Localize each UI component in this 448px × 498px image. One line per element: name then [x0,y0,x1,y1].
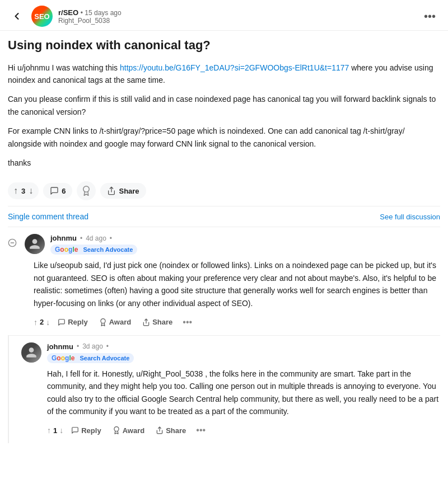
award-icon [99,318,107,326]
comment-text: Like u/seopub said, I'd just pick one (n… [34,261,436,307]
vote-count: 3 [21,187,25,195]
comment-bullet2: • [110,234,112,242]
search-advocate-badge: Google Search Advocate [50,245,137,255]
post-title: Using noindex with canonical tag? [8,37,440,54]
search-advocate-badge-2: Google Search Advocate [47,353,134,363]
reply-icon [58,318,66,326]
more-options-button[interactable]: ••• [419,8,440,25]
body-p1-link[interactable]: https://youtu.be/G16FY_1eDAU?si=2GFWOObg… [120,63,349,72]
avatar [25,234,45,254]
more-options-button[interactable]: ••• [180,315,194,330]
upvote-icon[interactable]: ↑ [34,318,38,327]
comment-bullet2: • [106,342,109,350]
award-icon [81,186,91,196]
comment-vote-2: ↑ 1 ↓ [47,426,63,435]
back-button[interactable] [8,7,26,25]
award-label: Award [109,318,132,326]
thread-banner: Single comment thread See full discussio… [0,206,448,227]
downvote-icon: ↓ [29,186,33,196]
see-full-discussion-link[interactable]: See full discussion [380,213,440,221]
subreddit-logo: SEO [31,6,53,27]
downvote-icon[interactable]: ↓ [46,318,50,327]
reply-label: Reply [68,318,87,326]
award-icon-2 [113,426,120,434]
upvote-icon: ↑ [13,186,18,196]
award-button[interactable] [77,181,96,200]
comment-actions-2: ↑ 1 ↓ Reply Award Share ••• [47,423,440,443]
svg-point-6 [114,427,119,431]
vote-pill[interactable]: ↑ 3 ↓ [8,182,39,199]
share-label-2: Share [166,426,186,435]
body-p3: For example CNN links to /t-shirt/gray/?… [8,125,440,150]
post-content: Using noindex with canonical tag? Hi u/j… [0,31,448,206]
comment-section: johnmu • 4d ago • Google Search Advocate… [0,227,448,454]
comment-actions: ↑ 2 ↓ Reply Award Share ••• [34,315,440,335]
comment-body: Like u/seopub said, I'd just pick one (n… [34,259,440,309]
top-bar: SEO r/SEO • 15 days ago Right_Pool_5038 … [0,0,448,31]
svg-point-4 [101,318,105,323]
reply-icon-2 [71,426,79,434]
minimize-comment-button[interactable] [8,238,17,250]
nested-comment: johnmu • 3d ago • Google Search Advocate [8,336,448,444]
vote-count: 2 [40,318,44,326]
share-button[interactable]: Share [100,183,146,199]
body-p4: thanks [8,157,440,169]
share-button[interactable]: Share [139,316,176,328]
reply-button[interactable]: Reply [54,316,91,328]
comment-bullet: • [80,234,82,242]
share-label: Share [152,318,172,326]
comment-vote: ↑ 2 ↓ [34,318,50,327]
award-button-2[interactable]: Award [109,424,148,437]
comment-body-2: Hah, I fell for it. Honestly, u/Right_Po… [47,368,440,418]
comment-author: johnmu [50,234,77,242]
thread-banner-label: Single comment thread [8,212,88,221]
post-actions: ↑ 3 ↓ 6 Share [8,176,440,206]
svg-point-0 [83,186,90,192]
share-icon-2 [156,426,164,434]
comment-item: johnmu • 4d ago • Google Search Advocate… [0,227,448,335]
share-icon [142,318,150,326]
upvote-icon[interactable]: ↑ [47,426,51,435]
post-age-value: 15 days ago [85,9,121,17]
body-p1-prefix: Hi u/johnmu I was watching this [8,63,120,72]
comments-icon [50,186,59,195]
avatar [21,342,41,363]
comment-age: 4d ago [86,234,106,242]
reply-label-2: Reply [81,426,101,435]
comment-text-2: Hah, I fell for it. Honestly, u/Right_Po… [47,369,438,416]
share-button-2[interactable]: Share [152,424,189,437]
comments-count: 6 [62,187,66,195]
award-button[interactable]: Award [96,316,135,328]
comment-bullet: • [77,342,79,350]
post-author: Right_Pool_5038 [58,17,110,25]
post-body: Hi u/johnmu I was watching this https://… [8,62,440,170]
vote-count: 1 [53,426,57,435]
share-icon [107,186,116,195]
comment-author: johnmu [47,342,73,351]
more-options-button-2[interactable]: ••• [194,423,208,438]
share-label: Share [119,187,139,195]
downvote-icon[interactable]: ↓ [59,426,63,435]
subreddit-name: r/SEO [58,8,78,17]
comment-item: johnmu • 3d ago • Google Search Advocate [13,336,448,444]
body-p2: Can you please confirm if this is still … [8,93,440,118]
award-label-2: Award [123,426,145,435]
comment-age: 3d ago [82,342,103,350]
reply-button-2[interactable]: Reply [68,424,104,437]
comments-button[interactable]: 6 [43,183,72,199]
